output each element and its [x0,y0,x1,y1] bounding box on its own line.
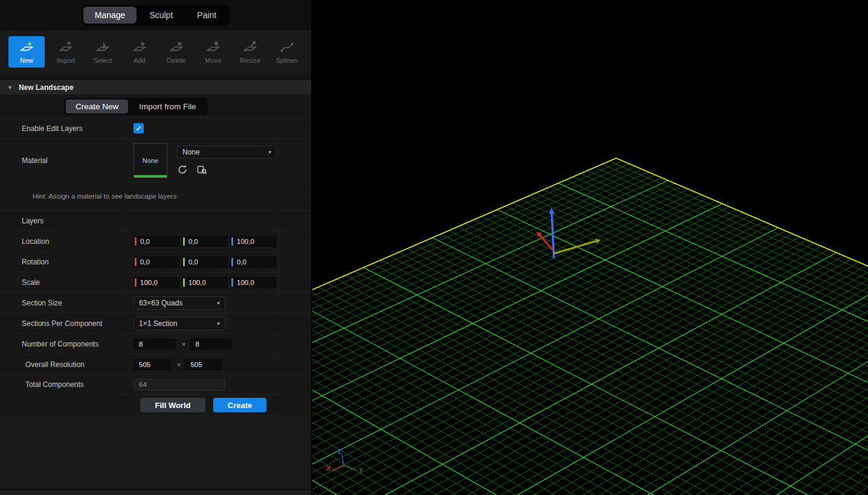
landscape-mode-panel: Manage Sculpt Paint New Import [0,0,312,495]
tool-resize[interactable]: Resize [234,35,266,69]
row-sections-per-component: Sections Per Component 1×1 Section ▾ [0,313,311,334]
scale-x-value: 100,0 [140,279,158,286]
svg-text:Z: Z [338,448,342,455]
row-enable-edit-layers: Enable Edit Layers ✓ [0,118,311,139]
mode-tab-bar: Manage Sculpt Paint [0,0,311,30]
material-dropdown[interactable]: None ▾ [177,145,277,159]
scale-z-input[interactable]: 100,0 [230,277,276,288]
landscape-move-icon [206,40,220,55]
material-label: Material [0,139,121,182]
create-mode-row: Create New Import from File [0,95,311,118]
location-label: Location [0,231,121,251]
rotation-x-value: 0,0 [140,258,150,266]
material-thumbnail[interactable]: None [133,143,167,178]
row-layers: Layers [0,211,311,231]
tab-manage[interactable]: Manage [83,7,137,24]
create-button[interactable]: Create [213,398,266,412]
total-components-value: 64 [133,379,225,391]
scale-y-input[interactable]: 100,0 [182,277,228,288]
tool-delete[interactable]: Delete [161,35,192,69]
tool-splines[interactable]: Splines [271,35,303,69]
row-number-of-components: Number of Components 8 × 8 [0,334,311,354]
total-components-label: Total Components [0,375,121,394]
new-landscape-form: Create New Import from File Enable Edit … [0,95,311,416]
tool-move-label: Move [205,57,222,64]
section-size-dropdown[interactable]: 63×63 Quads ▾ [133,296,225,310]
landscape-delete-icon [169,40,184,55]
browse-to-asset-icon[interactable] [177,164,188,175]
sections-per-component-label: Sections Per Component [0,313,121,333]
resolution-x-input[interactable]: 505 [133,359,170,370]
row-rotation: Rotation 0,0 0,0 0,0 [0,252,311,272]
section-header-new-landscape[interactable]: ▼ New Landscape [0,79,311,95]
tool-add[interactable]: Add [124,35,155,69]
scale-y-value: 100,0 [188,279,206,286]
tool-select-label: Select [94,57,112,64]
scale-label: Scale [0,272,121,292]
row-actions: Fill World Create [0,395,311,416]
tab-import-from-file[interactable]: Import from File [129,100,206,113]
tool-import[interactable]: Import [50,35,82,69]
chevron-down-icon: ▾ [268,149,271,155]
location-x-input[interactable]: 0,0 [133,236,179,247]
fill-world-button[interactable]: Fill World [140,398,205,412]
tool-splines-label: Splines [276,57,298,64]
section-size-value: 63×63 Quads [139,299,182,307]
y-axis-color-bar [183,278,185,287]
row-overall-resolution: Overall Resolution 505 × 505 [0,354,311,375]
viewport[interactable]: XYZ [312,0,868,495]
rotation-x-input[interactable]: 0,0 [133,257,179,267]
actions-spacer [0,395,121,415]
material-hint: Hint: Assign a material to see landscape… [33,193,176,200]
x-axis-color-bar [135,258,137,266]
multiply-separator: × [182,340,185,348]
resolution-y-input[interactable]: 505 [185,359,222,370]
landscape-resize-icon [243,40,257,55]
z-axis-color-bar [231,237,233,246]
rotation-z-input[interactable]: 0,0 [230,257,276,267]
section-size-label: Section Size [0,293,121,313]
location-y-value: 0,0 [188,238,198,245]
sections-per-component-value: 1×1 Section [139,319,178,328]
multiply-separator: × [177,361,181,368]
location-z-input[interactable]: 100,0 [230,236,276,247]
collapse-arrow-icon[interactable]: ▼ [7,85,13,91]
panel-empty-area [0,416,311,490]
landscape-toolbar: New Import Select [0,30,311,74]
pick-asset-icon[interactable] [196,164,207,175]
material-dropdown-value: None [182,148,200,156]
number-of-components-label: Number of Components [0,334,121,354]
viewport-canvas[interactable]: XYZ [312,0,868,495]
y-axis-color-bar [183,258,185,266]
tool-select[interactable]: Select [87,35,118,69]
tab-paint[interactable]: Paint [185,7,228,24]
tool-move[interactable]: Move [198,35,229,69]
landscape-new-icon [19,40,34,55]
tool-new[interactable]: New [8,36,45,68]
svg-text:Y: Y [359,467,364,474]
rotation-z-value: 0,0 [237,258,246,266]
sections-per-component-dropdown[interactable]: 1×1 Section ▾ [133,317,225,330]
location-y-input[interactable]: 0,0 [182,236,228,247]
row-material-hint: Hint: Assign a material to see landscape… [0,182,311,211]
tool-delete-label: Delete [167,57,186,64]
components-x-value: 8 [139,340,143,348]
rotation-y-input[interactable]: 0,0 [182,257,228,267]
section-title: New Landscape [19,83,74,92]
tool-new-label: New [20,57,33,64]
scale-x-input[interactable]: 100,0 [133,277,179,288]
z-axis-color-bar [231,278,233,287]
enable-edit-layers-checkbox[interactable]: ✓ [133,123,144,133]
chevron-down-icon: ▾ [217,321,220,327]
total-components-number: 64 [139,381,147,388]
unreal-editor-window: Manage Sculpt Paint New Import [0,0,868,495]
components-y-input[interactable]: 8 [190,339,231,350]
location-x-value: 0,0 [140,238,150,245]
components-x-input[interactable]: 8 [133,339,175,350]
material-color-bar [134,175,167,177]
rotation-y-value: 0,0 [188,258,198,266]
tab-sculpt[interactable]: Sculpt [138,7,184,24]
tab-create-new[interactable]: Create New [66,100,128,113]
enable-edit-layers-label: Enable Edit Layers [0,118,121,138]
check-icon: ✓ [135,124,141,133]
